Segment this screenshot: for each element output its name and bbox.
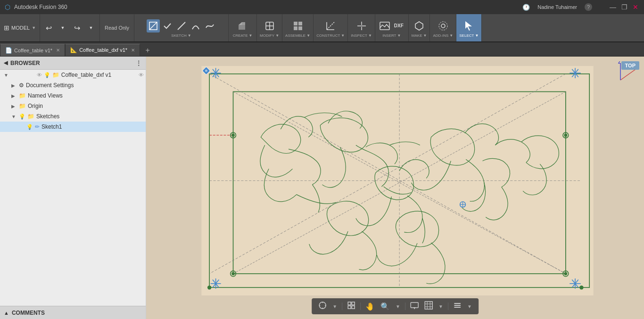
svg-point-51 bbox=[231, 134, 235, 137]
redo-history-btn[interactable]: ▼ bbox=[84, 21, 98, 34]
insert-group[interactable]: DXF INSERT ▼ bbox=[375, 14, 409, 41]
browser-item-sketches[interactable]: ▼ 💡 📁 Sketches bbox=[0, 111, 146, 122]
create-dropdown-arrow[interactable]: ▼ bbox=[249, 33, 253, 38]
sketch-group[interactable]: SKETCH ▼ bbox=[134, 14, 229, 41]
addins-group[interactable]: ADD-INS ▼ bbox=[430, 14, 456, 41]
view-cube[interactable]: X Z TOP bbox=[602, 61, 639, 99]
browser-item-root[interactable]: ▼ 👁 💡 📁 Coffee_table_dxf v1 👁 bbox=[0, 70, 146, 80]
insert-dxf-btn[interactable]: DXF bbox=[392, 19, 405, 33]
comments-expand-icon[interactable]: ▲ bbox=[4, 310, 9, 316]
inspect-label: INSPECT ▼ bbox=[351, 33, 372, 38]
insert-dropdown-arrow[interactable]: ▼ bbox=[397, 33, 401, 38]
help-icon[interactable]: ? bbox=[585, 3, 592, 11]
insert-image-btn[interactable] bbox=[378, 19, 391, 33]
browser-item-sketch1[interactable]: ▶ 💡 ✏ Sketch1 bbox=[0, 122, 146, 132]
gear-icon: ⚙ bbox=[19, 82, 24, 89]
sketch-dropdown-arrow[interactable]: ▼ bbox=[188, 33, 191, 38]
select-icons-row bbox=[462, 18, 476, 33]
tab-close-icon[interactable]: ✕ bbox=[56, 48, 60, 53]
svg-rect-79 bbox=[454, 305, 461, 306]
browser-collapse-icon[interactable]: ◀ bbox=[4, 60, 8, 66]
construct-group[interactable]: CONSTRUCT ▼ bbox=[314, 14, 348, 41]
doc-settings-arrow[interactable]: ▶ bbox=[11, 83, 17, 88]
make-group[interactable]: MAKE ▼ bbox=[409, 14, 430, 41]
undo-history-btn[interactable]: ▼ bbox=[56, 21, 69, 34]
view-cube-label[interactable]: TOP bbox=[621, 61, 639, 70]
construct-dropdown-arrow[interactable]: ▼ bbox=[341, 33, 345, 38]
sketch-canvas[interactable] bbox=[160, 66, 635, 295]
modify-btn[interactable] bbox=[263, 19, 276, 33]
root-eye-right-icon[interactable]: 👁 bbox=[139, 72, 144, 78]
finish-sketch-btn[interactable] bbox=[161, 19, 174, 33]
make-btn[interactable] bbox=[413, 19, 426, 33]
named-views-arrow[interactable]: ▶ bbox=[11, 93, 17, 98]
select-group[interactable]: SELECT ▼ bbox=[456, 14, 482, 41]
inspect-group[interactable]: INSPECT ▼ bbox=[348, 14, 375, 41]
browser-item-origin[interactable]: ▶ 📁 Origin bbox=[0, 101, 146, 111]
eye-icon[interactable]: 👁 bbox=[37, 72, 42, 78]
assemble-group[interactable]: ASSEMBLE ▼ bbox=[282, 14, 314, 41]
modify-dropdown-arrow[interactable]: ▼ bbox=[275, 33, 279, 38]
browser-item-doc-settings[interactable]: ▶ ⚙ Document Settings bbox=[0, 80, 146, 90]
tab-dxf-close-icon[interactable]: ✕ bbox=[131, 48, 135, 53]
nav-options-btn[interactable] bbox=[451, 300, 463, 312]
nav-fit-btn[interactable] bbox=[345, 300, 357, 312]
corner-dot-tl[interactable] bbox=[207, 286, 211, 289]
inspect-btn[interactable] bbox=[355, 19, 368, 33]
nav-home-btn[interactable] bbox=[316, 300, 329, 312]
model-selector[interactable]: ⊞ MODEL ▼ bbox=[0, 14, 40, 41]
history-icon[interactable]: 🕐 bbox=[522, 4, 530, 11]
inspect-dropdown-arrow[interactable]: ▼ bbox=[368, 33, 372, 38]
svg-rect-12 bbox=[298, 26, 302, 30]
origin-arrow[interactable]: ▶ bbox=[11, 104, 17, 109]
select-dropdown-arrow[interactable]: ▼ bbox=[475, 33, 479, 38]
make-dropdown-arrow[interactable]: ▼ bbox=[423, 33, 427, 38]
assemble-btn[interactable] bbox=[291, 19, 305, 33]
user-name: Nadine Tuhaimer bbox=[537, 4, 577, 10]
line-tool-btn[interactable] bbox=[175, 19, 188, 33]
sketches-arrow[interactable]: ▼ bbox=[11, 114, 17, 119]
nav-display-btn[interactable] bbox=[408, 300, 421, 312]
svg-rect-77 bbox=[425, 302, 432, 309]
undo-btn[interactable]: ↩ bbox=[42, 21, 55, 34]
construct-btn[interactable] bbox=[324, 19, 337, 33]
svg-rect-68 bbox=[348, 306, 351, 309]
close-btn[interactable]: ✕ bbox=[632, 3, 639, 11]
modify-group[interactable]: MODIFY ▼ bbox=[257, 14, 282, 41]
root-collapse-arrow[interactable]: ▼ bbox=[4, 73, 9, 78]
select-btn[interactable] bbox=[462, 19, 476, 33]
browser-item-named-views[interactable]: ▶ 📁 Named Views bbox=[0, 90, 146, 101]
nav-zoom-btn[interactable]: 🔍 bbox=[379, 301, 392, 312]
spline-tool-btn[interactable] bbox=[203, 19, 216, 33]
assemble-label: ASSEMBLE ▼ bbox=[285, 33, 310, 38]
addins-btn[interactable] bbox=[437, 19, 450, 33]
svg-rect-78 bbox=[454, 303, 461, 304]
nav-zoom-dropdown-btn[interactable]: ▼ bbox=[394, 303, 402, 310]
comments-bar[interactable]: ▲ COMMENTS bbox=[0, 306, 146, 319]
sidebar: ◀ BROWSER ⋮ ▼ 👁 💡 📁 Coffee_table_dxf v1 … bbox=[0, 57, 146, 319]
nav-options-dropdown-btn[interactable]: ▼ bbox=[465, 303, 474, 310]
maximize-btn[interactable]: ❐ bbox=[620, 3, 628, 11]
svg-rect-80 bbox=[454, 307, 461, 308]
corner-dot-br[interactable] bbox=[579, 286, 583, 289]
addins-dropdown-arrow[interactable]: ▼ bbox=[449, 33, 453, 38]
extrude-btn[interactable] bbox=[236, 19, 249, 33]
tab-coffee-table-dxf[interactable]: 📐 Coffee_table_dxf v1* ✕ bbox=[65, 44, 140, 56]
construct-icons-row bbox=[324, 18, 337, 33]
tab-label: Coffee_table v1* bbox=[14, 48, 52, 53]
arc-tool-btn[interactable] bbox=[189, 19, 202, 33]
viewport[interactable]: X Z TOP ▼ 🤚 🔍 ▼ bbox=[146, 57, 644, 319]
redo-btn[interactable]: ↪ bbox=[70, 21, 83, 34]
add-tab-btn[interactable]: + bbox=[142, 45, 153, 56]
nav-dropdown-btn[interactable]: ▼ bbox=[330, 303, 339, 310]
browser-menu-icon[interactable]: ⋮ bbox=[135, 59, 142, 67]
read-only-badge: Read Only bbox=[100, 14, 134, 41]
create-group[interactable]: CREATE ▼ bbox=[229, 14, 257, 41]
assemble-dropdown-arrow[interactable]: ▼ bbox=[306, 33, 310, 38]
nav-grid-dropdown-btn[interactable]: ▼ bbox=[437, 303, 445, 310]
create-sketch-btn[interactable] bbox=[147, 19, 160, 33]
minimize-btn[interactable]: — bbox=[609, 3, 617, 11]
nav-grid-btn[interactable] bbox=[422, 300, 435, 312]
nav-pan-btn[interactable]: 🤚 bbox=[363, 301, 377, 312]
tab-coffee-table[interactable]: 📄 Coffee_table v1* ✕ bbox=[0, 44, 65, 56]
